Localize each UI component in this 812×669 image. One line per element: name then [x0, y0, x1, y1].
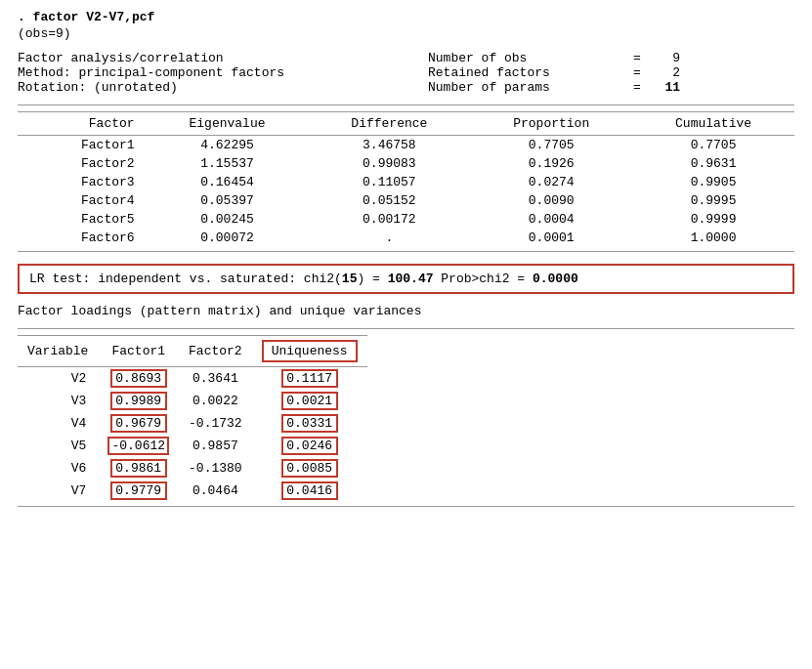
loadings-variable: V4 [18, 412, 98, 435]
loadings-table: Variable Factor1 Factor2 Uniqueness V2 0… [18, 335, 367, 504]
stat-left-2: Rotation: (unrotated) [18, 80, 428, 95]
loadings-uniqueness: 0.0085 [252, 457, 367, 480]
factor-cumulative: 0.7705 [632, 136, 794, 155]
factor-eigenvalue: 0.16454 [147, 173, 309, 191]
factor1-box: 0.9989 [110, 392, 167, 410]
stat-obs: Number of obs = 9 [428, 51, 794, 65]
loadings-factor1: 0.9679 [98, 412, 179, 435]
loadings-variable: V3 [18, 390, 98, 412]
factor-cumulative: 1.0000 [632, 229, 794, 249]
stat-left-1: Method: principal-component factors [18, 65, 428, 80]
stat-params-label: Number of params [428, 80, 623, 95]
stat-left-0: Factor analysis/correlation [18, 51, 428, 65]
factor-eigenvalue: 0.00072 [147, 229, 309, 249]
factor-name: Factor5 [18, 210, 147, 229]
loadings-table-section: Variable Factor1 Factor2 Uniqueness V2 0… [18, 328, 794, 507]
loadings-factor1: -0.0612 [98, 435, 179, 457]
loadings-row: V7 0.9779 0.0464 0.0416 [18, 480, 367, 504]
factor-cumulative: 0.9905 [632, 173, 794, 191]
loadings-factor2: 0.0464 [179, 480, 252, 504]
factor-difference: 0.99083 [308, 154, 470, 173]
th-uniqueness-box: Uniqueness [262, 340, 358, 362]
factor-eigenvalue: 4.62295 [147, 136, 309, 155]
loadings-variable: V6 [18, 457, 98, 480]
uniqueness-box: 0.0416 [281, 481, 338, 500]
loadings-row: V3 0.9989 0.0022 0.0021 [18, 390, 367, 412]
loadings-row: V4 0.9679 -0.1732 0.0331 [18, 412, 367, 435]
th-variable: Variable [18, 336, 98, 367]
factor-difference: 0.05152 [308, 191, 470, 210]
factor-cumulative: 0.9999 [632, 210, 794, 229]
lr-pval: 0.0000 [533, 272, 578, 286]
loadings-factor2: 0.0022 [179, 390, 252, 412]
loadings-factor2: -0.1380 [179, 457, 252, 480]
loadings-variable: V2 [18, 367, 98, 391]
stat-obs-val: 9 [651, 51, 680, 65]
factor-table: Factor Eigenvalue Difference Proportion … [18, 111, 794, 249]
lr-text1: LR test: independent vs. saturated: chi2… [29, 272, 342, 286]
factor-cumulative: 0.9631 [632, 154, 794, 173]
loadings-uniqueness: 0.0331 [252, 412, 367, 435]
factor-row: Factor2 1.15537 0.99083 0.1926 0.9631 [18, 154, 794, 173]
lr-test-box: LR test: independent vs. saturated: chi2… [18, 264, 794, 294]
stat-retained-val: 2 [651, 65, 680, 80]
th-factor: Factor [18, 112, 147, 136]
factor1-box: 0.9861 [110, 459, 167, 478]
stat-obs-label: Number of obs [428, 51, 623, 65]
uniqueness-box: 0.1117 [281, 369, 338, 388]
loadings-uniqueness: 0.0021 [252, 390, 367, 412]
factor1-box: -0.0612 [107, 437, 169, 455]
lr-text3: Prob>chi2 = [434, 272, 533, 286]
stat-retained-eq: = [627, 65, 647, 80]
factor-table-section: Factor Eigenvalue Difference Proportion … [18, 105, 794, 252]
loadings-variable: V5 [18, 435, 98, 457]
loadings-uniqueness: 0.0246 [252, 435, 367, 457]
loadings-factor1: 0.9861 [98, 457, 179, 480]
loadings-factor2: 0.3641 [179, 367, 252, 391]
uniqueness-box: 0.0021 [281, 392, 338, 410]
loadings-title: Factor loadings (pattern matrix) and uni… [18, 304, 794, 318]
factor-name: Factor3 [18, 173, 147, 191]
stats-left: Factor analysis/correlation Method: prin… [18, 51, 428, 95]
obs-line: (obs=9) [18, 26, 794, 41]
stats-right: Number of obs = 9 Retained factors = 2 N… [428, 51, 794, 95]
factor-difference: 0.11057 [308, 173, 470, 191]
factor-proportion: 0.0090 [470, 191, 632, 210]
factor-name: Factor1 [18, 136, 147, 155]
loadings-row: V6 0.9861 -0.1380 0.0085 [18, 457, 367, 480]
factor1-box: 0.9779 [110, 481, 167, 500]
factor1-box: 0.9679 [110, 414, 167, 433]
factor-difference: . [308, 229, 470, 249]
factor-proportion: 0.0274 [470, 173, 632, 191]
uniqueness-box: 0.0331 [281, 414, 338, 433]
factor-row: Factor1 4.62295 3.46758 0.7705 0.7705 [18, 136, 794, 155]
loadings-factor2: -0.1732 [179, 412, 252, 435]
factor-eigenvalue: 0.00245 [147, 210, 309, 229]
uniqueness-box: 0.0085 [281, 459, 338, 478]
factor-proportion: 0.1926 [470, 154, 632, 173]
th-eigenvalue: Eigenvalue [147, 112, 309, 136]
stat-retained: Retained factors = 2 [428, 65, 794, 80]
th-proportion: Proportion [470, 112, 632, 136]
factor-difference: 3.46758 [308, 136, 470, 155]
factor-row: Factor4 0.05397 0.05152 0.0090 0.9995 [18, 191, 794, 210]
uniqueness-box: 0.0246 [281, 437, 338, 455]
th-cumulative: Cumulative [632, 112, 794, 136]
factor-proportion: 0.0001 [470, 229, 632, 249]
factor1-box: 0.8693 [110, 369, 167, 388]
lr-chi2val: 100.47 [388, 272, 434, 286]
factor-cumulative: 0.9995 [632, 191, 794, 210]
lr-text2: ) = [357, 272, 387, 286]
factor-row: Factor3 0.16454 0.11057 0.0274 0.9905 [18, 173, 794, 191]
stat-params: Number of params = 11 [428, 80, 794, 95]
th-uniqueness: Uniqueness [252, 336, 367, 367]
factor-name: Factor4 [18, 191, 147, 210]
loadings-factor2: 0.9857 [179, 435, 252, 457]
loadings-variable: V7 [18, 480, 98, 504]
factor-eigenvalue: 0.05397 [147, 191, 309, 210]
factor-difference: 0.00172 [308, 210, 470, 229]
th-factor2: Factor2 [179, 336, 252, 367]
header-title: . factor V2-V7,pcf [18, 10, 794, 24]
factor-proportion: 0.0004 [470, 210, 632, 229]
factor-eigenvalue: 1.15537 [147, 154, 309, 173]
